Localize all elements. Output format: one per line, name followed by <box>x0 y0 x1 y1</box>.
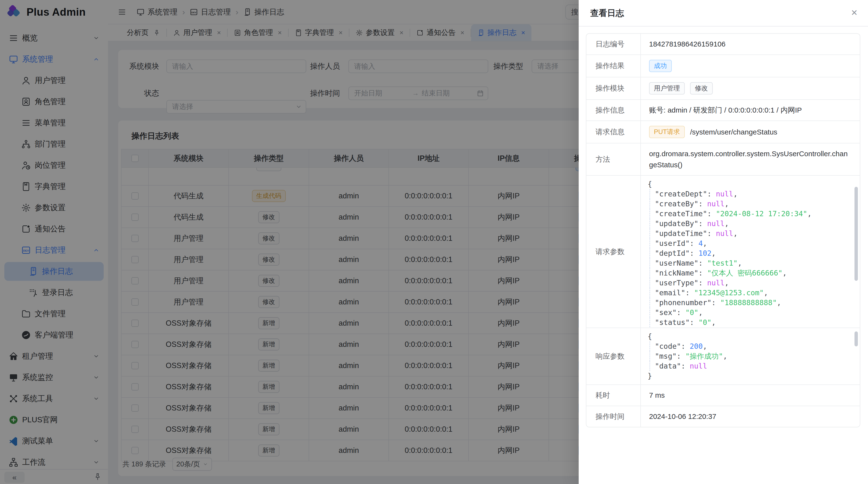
code-line: "createDept": null, <box>650 189 855 199</box>
scrollbar-thumb[interactable] <box>855 187 858 281</box>
drawer-row-log-id: 日志编号 1842781986426159106 <box>586 34 860 55</box>
field-value: 2024-10-06 12:20:37 <box>641 406 860 427</box>
drawer-row-module: 操作模块 用户管理 修改 <box>586 77 860 99</box>
code-line: "updateTime": null, <box>650 228 855 238</box>
code-line: "userId": 4, <box>650 238 855 248</box>
drawer-row-time: 操作时间 2024-10-06 12:20:37 <box>586 406 860 427</box>
field-label: 方法 <box>586 143 641 175</box>
drawer-header: 查看日志 × <box>579 0 868 27</box>
field-label: 操作结果 <box>586 55 641 77</box>
status-badge: 成功 <box>649 60 672 72</box>
field-label: 请求参数 <box>586 176 641 328</box>
request-url: /system/user/changeStatus <box>690 127 777 138</box>
code-line: "userType": null, <box>650 278 855 288</box>
field-label: 操作信息 <box>586 100 641 121</box>
code-line: "status": "0", <box>650 317 855 327</box>
field-label: 日志编号 <box>586 34 641 55</box>
close-icon[interactable]: × <box>851 7 858 18</box>
code-line: { <box>648 179 855 189</box>
code-line: "code": 200, <box>650 341 855 351</box>
drawer-row-request: 请求信息 PUT请求 /system/user/changeStatus <box>586 121 860 143</box>
code-line: } <box>648 371 855 381</box>
code-line: { <box>648 331 855 341</box>
field-value: 用户管理 修改 <box>641 77 860 99</box>
field-value: 7 ms <box>641 385 860 406</box>
drawer-row-method: 方法 org.dromara.system.controller.system.… <box>586 143 860 175</box>
field-label: 操作模块 <box>586 77 641 99</box>
code-line: "nickName": "仅本人 密码666666", <box>650 268 855 278</box>
view-log-drawer: 查看日志 × 日志编号 1842781986426159106 操作结果 成功 … <box>579 0 868 484</box>
code-line: "data": null <box>650 361 855 371</box>
drawer-row-result: 操作结果 成功 <box>586 55 860 77</box>
drawer-row-request-params: 请求参数 {"createDept": null,"createBy": nul… <box>586 175 860 328</box>
request-method-badge: PUT请求 <box>649 126 685 138</box>
field-value: 账号: admin / 研发部门 / 0:0:0:0:0:0:0:1 / 内网I… <box>641 100 860 121</box>
field-label: 请求信息 <box>586 121 641 143</box>
module-badge: 用户管理 <box>649 82 685 95</box>
module-badge: 修改 <box>690 82 713 95</box>
field-value: org.dromara.system.controller.system.Sys… <box>641 143 860 175</box>
code-line: "createBy": null, <box>650 199 855 209</box>
response-params-code[interactable]: {"code": 200,"msg": "操作成功","data": null} <box>641 328 860 384</box>
field-value: 成功 <box>641 55 860 77</box>
field-label: 响应参数 <box>586 328 641 384</box>
code-line: "createTime": "2024-08-12 17:20:34", <box>650 209 855 219</box>
code-line: "updateBy": null, <box>650 219 855 228</box>
code-line: "userName": "test1", <box>650 258 855 268</box>
request-params-code[interactable]: {"createDept": null,"createBy": null,"cr… <box>641 176 860 328</box>
field-label: 操作时间 <box>586 406 641 427</box>
field-value: 1842781986426159106 <box>641 34 860 55</box>
code-line: "msg": "操作成功", <box>650 351 855 361</box>
field-label: 耗时 <box>586 385 641 406</box>
code-line: "sex": "0", <box>650 308 855 317</box>
drawer-row-response-params: 响应参数 {"code": 200,"msg": "操作成功","data": … <box>586 328 860 384</box>
code-line: "deptId": 102, <box>650 248 855 258</box>
drawer-row-duration: 耗时 7 ms <box>586 384 860 406</box>
drawer-row-info: 操作信息 账号: admin / 研发部门 / 0:0:0:0:0:0:0:1 … <box>586 99 860 121</box>
drawer-title: 查看日志 <box>590 7 624 19</box>
code-line: "phonenumber": "18888888888", <box>650 298 855 308</box>
field-value: PUT请求 /system/user/changeStatus <box>641 121 860 143</box>
log-detail-table: 日志编号 1842781986426159106 操作结果 成功 操作模块 用户… <box>586 33 860 427</box>
scrollbar-thumb[interactable] <box>855 331 858 346</box>
code-line: "email": "12345@1253.com", <box>650 288 855 298</box>
